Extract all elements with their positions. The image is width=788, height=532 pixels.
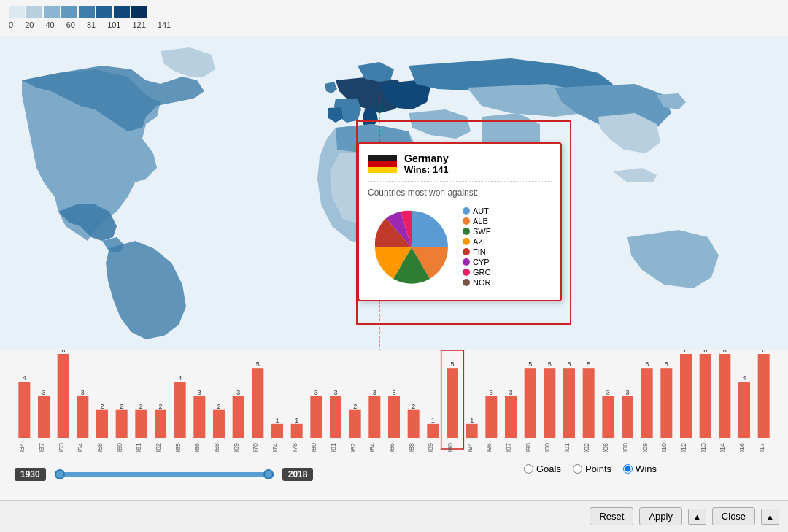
wins-value: 141 <box>433 164 449 175</box>
timeline-slider-area[interactable]: 1930 2018 <box>0 460 788 489</box>
bar-1968[interactable] <box>213 410 225 438</box>
bar-value-1986: 3 <box>392 389 395 396</box>
bar-1962[interactable] <box>155 410 166 438</box>
bar-value-1996: 3 <box>490 389 493 396</box>
slider-track[interactable] <box>55 472 274 477</box>
bar-value-1937: 3 <box>42 389 45 396</box>
close-button[interactable]: Close <box>712 507 755 525</box>
bar-2008[interactable] <box>622 396 633 439</box>
bar-1937[interactable] <box>38 396 50 439</box>
radio-input-points[interactable] <box>573 464 582 474</box>
bar-year-1966: 1966 <box>193 443 201 452</box>
bar-1986[interactable] <box>388 396 400 439</box>
start-year-badge: 1930 <box>15 468 46 481</box>
metric-radio-group[interactable]: GoalsPointsWins <box>524 463 657 474</box>
slider-thumb-left[interactable] <box>55 469 65 479</box>
reset-button[interactable]: Reset <box>590 507 633 525</box>
bar-year-1965: 1965 <box>174 443 182 452</box>
close-expand-button[interactable]: ▲ <box>761 509 779 525</box>
bar-1984[interactable] <box>368 396 380 439</box>
bar-year-1974: 1974 <box>271 443 279 452</box>
bar-year-1990: 1990 <box>447 443 454 452</box>
bar-value-1990: 5 <box>450 361 454 368</box>
bar-2014[interactable] <box>719 354 730 438</box>
bar-1934[interactable] <box>18 382 30 438</box>
bar-year-1934: 1934 <box>18 443 26 452</box>
bar-1996[interactable] <box>485 396 497 439</box>
bar-1990[interactable] <box>447 368 458 438</box>
bar-1982[interactable] <box>349 410 361 438</box>
pie-legend-dot-alb <box>463 217 470 225</box>
bar-2001[interactable] <box>563 368 575 438</box>
bar-2013[interactable] <box>700 354 711 438</box>
bar-value-2000: 5 <box>548 361 552 368</box>
bar-1994[interactable] <box>466 424 478 438</box>
apply-button[interactable]: Apply <box>639 507 682 525</box>
bar-year-1984: 1984 <box>368 443 376 452</box>
bar-year-1982: 1982 <box>349 443 357 452</box>
bar-1978[interactable] <box>291 424 303 438</box>
bar-value-1958: 2 <box>100 403 104 410</box>
pie-legend-dot-fin <box>463 248 470 255</box>
bar-1965[interactable] <box>174 382 186 438</box>
bar-1998[interactable] <box>525 368 536 438</box>
radio-label-goals[interactable]: Goals <box>524 463 561 474</box>
bar-year-1994: 1994 <box>466 443 474 452</box>
bar-2017[interactable] <box>758 354 770 438</box>
bar-2016[interactable] <box>738 382 750 438</box>
radio-label-points[interactable]: Points <box>573 463 611 474</box>
pie-legend-label-alb: ALB <box>473 217 488 225</box>
bar-value-2017: 6 <box>762 350 765 354</box>
pie-legend-dot-nor <box>463 279 470 286</box>
bar-1997[interactable] <box>505 396 517 439</box>
bar-year-2001: 2001 <box>563 443 571 452</box>
bar-1981[interactable] <box>330 396 341 439</box>
bar-1974[interactable] <box>271 424 283 438</box>
bar-1960[interactable] <box>116 410 128 438</box>
bar-1953[interactable] <box>58 354 69 438</box>
bar-value-1989: 1 <box>431 417 435 424</box>
bar-1980[interactable] <box>310 396 322 439</box>
slider-thumb-right[interactable] <box>263 469 274 479</box>
bar-1970[interactable] <box>252 368 263 438</box>
tooltip-header: Germany Wins: 141 <box>368 153 552 182</box>
bar-value-1997: 3 <box>509 389 512 396</box>
bar-1969[interactable] <box>233 396 244 439</box>
bar-year-1969: 1969 <box>233 443 240 452</box>
radio-text-points: Points <box>585 463 611 474</box>
radio-label-wins[interactable]: Wins <box>623 463 657 474</box>
pie-legend-label-aze: AZE <box>473 237 488 246</box>
bar-year-2006: 2006 <box>602 443 609 452</box>
pie-legend-item-cyp: CYP <box>463 258 491 266</box>
tooltip-country-info: Germany Wins: 141 <box>404 153 449 175</box>
legend-color-boxes <box>9 6 171 18</box>
bar-2002[interactable] <box>583 368 595 438</box>
bar-value-1961: 2 <box>139 403 143 410</box>
apply-expand-button[interactable]: ▲ <box>688 509 706 525</box>
legend-color-0 <box>9 6 25 18</box>
bar-1988[interactable] <box>408 410 420 438</box>
pie-legend-label-grc: GRC <box>473 268 490 277</box>
pie-legend-dot-grc <box>463 269 470 276</box>
pie-legend-dot-aze <box>463 238 470 245</box>
bar-2012[interactable] <box>680 354 692 438</box>
bar-2010[interactable] <box>660 368 672 438</box>
legend-color-6 <box>114 6 130 18</box>
pie-legend-label-swe: SWE <box>473 227 491 236</box>
legend-value-5: 101 <box>107 20 120 29</box>
bar-2000[interactable] <box>544 368 555 438</box>
bar-1954[interactable] <box>77 396 88 439</box>
bar-1961[interactable] <box>135 410 147 438</box>
legend-color-1 <box>26 6 42 18</box>
bar-1966[interactable] <box>193 396 205 439</box>
bar-1989[interactable] <box>427 424 439 438</box>
radio-input-goals[interactable] <box>524 464 533 474</box>
bar-2006[interactable] <box>602 396 614 439</box>
bar-value-1969: 3 <box>236 389 240 396</box>
pie-legend-label-nor: NOR <box>473 278 490 287</box>
bar-value-2014: 6 <box>723 350 727 354</box>
radio-input-wins[interactable] <box>623 464 633 474</box>
bar-year-2009: 2009 <box>641 443 649 452</box>
bar-2009[interactable] <box>641 368 653 438</box>
bar-1958[interactable] <box>96 410 108 438</box>
